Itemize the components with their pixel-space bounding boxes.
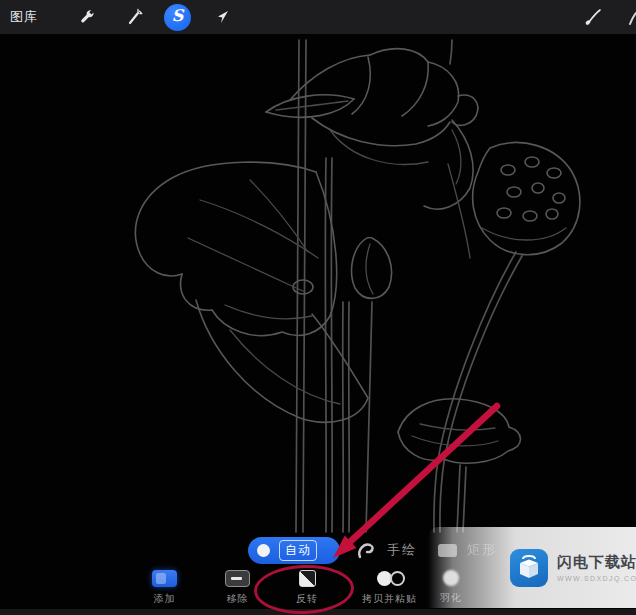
- remove-label: 移除: [227, 592, 249, 606]
- s-badge-icon: S: [172, 8, 184, 24]
- mode-automatic-label: 自动: [279, 540, 317, 561]
- adjustments-button[interactable]: [118, 0, 152, 34]
- freehand-squiggle-icon: [356, 539, 378, 561]
- copy-paste-button[interactable]: 拷贝并粘贴: [362, 570, 417, 606]
- mode-freehand[interactable]: 手绘: [356, 539, 417, 561]
- top-toolbar: 图库 S: [0, 0, 636, 34]
- copy-paste-icon: [375, 570, 405, 587]
- remove-icon: [225, 570, 250, 587]
- transform-button[interactable]: [205, 0, 239, 34]
- actions-button[interactable]: [70, 0, 104, 34]
- brush-icon: [583, 7, 603, 27]
- magic-wand-icon: [126, 8, 144, 26]
- watermark-card: 闪电下载站 WWW.SDXDJQ.COM: [428, 527, 636, 608]
- watermark-title: 闪电下载站: [557, 553, 636, 572]
- add-label: 添加: [154, 592, 176, 606]
- watermark-logo: [510, 549, 548, 587]
- gallery-button[interactable]: 图库: [0, 8, 52, 26]
- selection-tool-button-active[interactable]: S: [164, 4, 191, 31]
- mode-automatic-active[interactable]: 自动: [248, 537, 340, 564]
- cursor-arrow-icon: [213, 8, 231, 26]
- automatic-mode-icon: [257, 544, 270, 557]
- watermark-text: 闪电下载站 WWW.SDXDJQ.COM: [557, 553, 636, 582]
- add-button[interactable]: 添加: [152, 570, 177, 606]
- procreate-screen: 图库 S: [0, 0, 636, 615]
- add-icon: [152, 570, 177, 587]
- mode-freehand-label: 手绘: [387, 541, 417, 559]
- wrench-icon: [78, 8, 96, 26]
- brush-tool-button[interactable]: [576, 0, 610, 34]
- watermark-url: WWW.SDXDJQ.COM: [557, 575, 636, 582]
- remove-button[interactable]: 移除: [225, 570, 250, 606]
- copy-paste-label: 拷贝并粘贴: [362, 592, 417, 606]
- cube-box-icon: [510, 549, 548, 587]
- partial-tool-icon[interactable]: [628, 8, 636, 26]
- lotus-line-art: [0, 0, 636, 615]
